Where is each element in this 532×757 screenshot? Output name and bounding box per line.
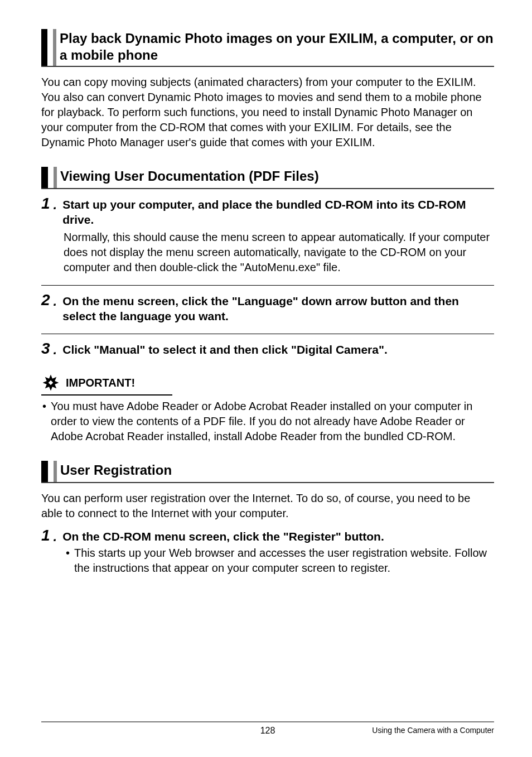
step-head: 2. On the menu screen, click the "Langua… (41, 293, 494, 324)
heading-bar-dark (41, 29, 47, 66)
section-body: You can copy moving subjects (animated c… (41, 75, 494, 150)
heading-bar-dark (41, 167, 48, 188)
section-body: You can perform user registration over t… (41, 491, 494, 521)
step-body: Normally, this should cause the menu scr… (64, 230, 494, 275)
step-head: 1. Start up your computer, and place the… (41, 197, 494, 228)
section-title: User Registration (60, 461, 172, 482)
important-body: You must have Adobe Reader or Adobe Acro… (51, 399, 494, 444)
step-head: 3. Click "Manual" to select it and then … (41, 342, 494, 358)
step-dot: . (54, 197, 57, 213)
important-bullet: • You must have Adobe Reader or Adobe Ac… (41, 399, 494, 444)
section-heading-user-registration: User Registration (41, 461, 494, 483)
section-title: Viewing User Documentation (PDF Files) (60, 167, 319, 188)
important-rule (41, 394, 172, 396)
section-heading-dynamic-photo: Play back Dynamic Photo images on your E… (41, 29, 494, 67)
step-title: Click "Manual" to select it and then cli… (62, 342, 494, 357)
step-number: 1 (41, 528, 50, 543)
step-1: 1. Start up your computer, and place the… (41, 197, 494, 275)
footer-line: 128 Using the Camera with a Computer (41, 726, 494, 736)
page-number: 128 (260, 726, 275, 736)
step-dot: . (54, 529, 57, 544)
bullet-dot-icon: • (42, 399, 46, 414)
important-icon (41, 373, 60, 392)
step-sub-text: This starts up your Web browser and acce… (74, 546, 494, 576)
divider (41, 334, 494, 334)
step-dot: . (54, 293, 57, 309)
section-heading-viewing-docs: Viewing User Documentation (PDF Files) (41, 167, 494, 189)
heading-bar-light (54, 461, 57, 482)
step-register-1: 1. On the CD-ROM menu screen, click the … (41, 529, 494, 576)
section-title: Play back Dynamic Photo images on your E… (60, 29, 494, 66)
step-sub-bullet: • This starts up your Web browser and ac… (66, 546, 494, 576)
important-label: IMPORTANT! (66, 377, 135, 389)
footer-section-name: Using the Camera with a Computer (372, 726, 494, 735)
step-dot: . (54, 342, 57, 358)
heading-bar-light (54, 167, 57, 188)
step-number: 2 (41, 292, 50, 308)
step-number: 3 (41, 341, 50, 356)
step-title: On the CD-ROM menu screen, click the "Re… (62, 529, 494, 544)
step-3: 3. Click "Manual" to select it and then … (41, 342, 494, 358)
step-2: 2. On the menu screen, click the "Langua… (41, 293, 494, 324)
divider (41, 285, 494, 286)
heading-bar-dark (41, 461, 48, 482)
bullet-dot-icon: • (66, 546, 70, 561)
step-title: Start up your computer, and place the bu… (62, 197, 494, 228)
step-number: 1 (41, 196, 50, 211)
step-head: 1. On the CD-ROM menu screen, click the … (41, 529, 494, 544)
footer-rule (41, 721, 494, 722)
step-title: On the menu screen, click the "Language"… (62, 293, 494, 324)
page-footer: 128 Using the Camera with a Computer (41, 721, 494, 736)
important-row: IMPORTANT! (41, 373, 494, 392)
heading-bar-light (53, 29, 56, 66)
